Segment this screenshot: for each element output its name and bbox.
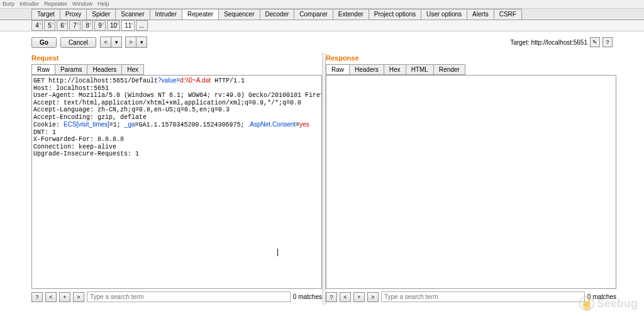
menu-item[interactable]: Window	[72, 1, 92, 8]
panels: Request RawParamsHeadersHex GET http://l…	[0, 53, 644, 305]
search-help-button[interactable]: ?	[326, 292, 337, 302]
search-add-button[interactable]: +	[59, 292, 70, 302]
response-panel: Response RawHeadersHexHTMLRender ? < + >…	[326, 53, 616, 305]
response-matches: 0 matches	[587, 293, 616, 300]
tab-repeater[interactable]: Repeater	[182, 9, 219, 20]
request-search-input[interactable]	[87, 291, 291, 302]
tab-project-options[interactable]: Project options	[369, 9, 421, 20]
response-search-row: ? < + > 0 matches	[326, 289, 616, 305]
tab-scanner[interactable]: Scanner	[115, 9, 150, 20]
repeater-tab-8[interactable]: 8×	[82, 20, 93, 31]
tab-csrf[interactable]: CSRF	[494, 9, 522, 20]
request-panel: Request RawParamsHeadersHex GET http://l…	[31, 53, 322, 305]
search-add-button[interactable]: +	[353, 292, 365, 302]
subtab-raw[interactable]: Raw	[31, 64, 55, 75]
request-tabs: RawParamsHeadersHex	[31, 64, 322, 75]
search-prev-button[interactable]: <	[45, 292, 57, 302]
subtab-raw[interactable]: Raw	[326, 64, 350, 75]
main-tabs: TargetProxySpiderScannerIntruderRepeater…	[0, 9, 644, 20]
subtab-hex[interactable]: Hex	[121, 64, 144, 75]
repeater-tab-11[interactable]: 11×	[121, 20, 135, 31]
menu-item[interactable]: Repeater	[44, 1, 67, 8]
search-next-button[interactable]: >	[73, 292, 84, 302]
tab-extender[interactable]: Extender	[333, 9, 369, 20]
history-forward-drop-icon[interactable]: ▾	[136, 37, 147, 48]
tab-user-options[interactable]: User options	[421, 9, 467, 20]
repeater-num-tabs: 4×5×6×7×8×9×10×11×...	[0, 20, 644, 31]
go-button[interactable]: Go	[31, 37, 57, 48]
subtab-headers[interactable]: Headers	[349, 64, 384, 75]
search-prev-button[interactable]: <	[340, 292, 351, 302]
cancel-button[interactable]: Cancel	[60, 37, 96, 48]
menu-item[interactable]: Burp	[3, 1, 14, 8]
repeater-tab-10[interactable]: 10×	[107, 20, 120, 31]
request-search-row: ? < + > 0 matches	[31, 289, 322, 305]
menu-item[interactable]: Intruder	[19, 1, 39, 8]
tab-intruder[interactable]: Intruder	[150, 9, 182, 20]
repeater-tab-new[interactable]: ...	[136, 20, 147, 31]
history-back-drop-icon[interactable]: ▾	[111, 37, 122, 48]
target-label: Target: http://localhost:5651	[510, 39, 587, 46]
controls-row: Go Cancel < ▾ > ▾ Target: http://localho…	[0, 31, 644, 53]
search-help-button[interactable]: ?	[31, 292, 43, 302]
tab-proxy[interactable]: Proxy	[60, 9, 87, 20]
repeater-tab-9[interactable]: 9×	[94, 20, 106, 31]
response-tabs: RawHeadersHexHTMLRender	[326, 64, 616, 75]
tab-sequencer[interactable]: Sequencer	[218, 9, 260, 20]
subtab-params[interactable]: Params	[55, 64, 87, 75]
tab-decoder[interactable]: Decoder	[260, 9, 295, 20]
subtab-headers[interactable]: Headers	[87, 64, 122, 75]
request-editor[interactable]: GET http://localhost:5651/Default?value=…	[31, 75, 322, 289]
search-next-button[interactable]: >	[367, 292, 379, 302]
request-matches: 0 matches	[293, 293, 322, 300]
history-forward-button[interactable]: >	[125, 37, 136, 48]
repeater-tab-7[interactable]: 7×	[69, 20, 80, 31]
response-title: Response	[326, 53, 616, 64]
tab-alerts[interactable]: Alerts	[467, 9, 494, 20]
repeater-tab-4[interactable]: 4×	[31, 20, 43, 31]
request-title: Request	[31, 53, 322, 64]
repeater-tab-6[interactable]: 6×	[57, 20, 68, 31]
response-search-input[interactable]	[381, 291, 585, 302]
tab-target[interactable]: Target	[31, 9, 60, 20]
history-back-button[interactable]: <	[100, 37, 111, 48]
subtab-html[interactable]: HTML	[406, 64, 434, 75]
subtab-render[interactable]: Render	[433, 64, 465, 75]
tab-comparer[interactable]: Comparer	[294, 9, 333, 20]
menubar: Burp Intruder Repeater Window Help	[0, 0, 644, 9]
response-editor[interactable]	[326, 75, 616, 289]
help-icon[interactable]: ?	[602, 37, 613, 47]
subtab-hex[interactable]: Hex	[384, 64, 406, 75]
menu-item[interactable]: Help	[97, 1, 109, 8]
tab-spider[interactable]: Spider	[86, 9, 116, 20]
repeater-tab-5[interactable]: 5×	[44, 20, 55, 31]
edit-target-icon[interactable]: ✎	[590, 37, 600, 47]
